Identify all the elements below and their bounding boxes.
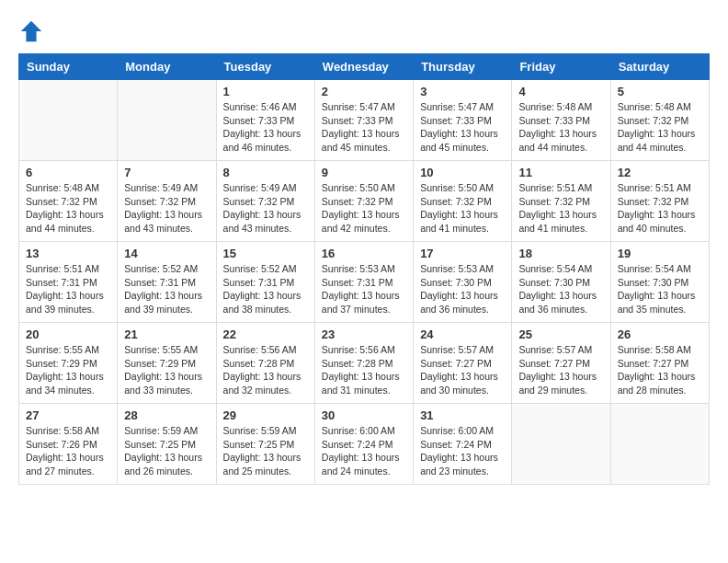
calendar-cell: 12Sunrise: 5:51 AMSunset: 7:32 PMDayligh… [610, 161, 709, 242]
calendar-week-4: 20Sunrise: 5:55 AMSunset: 7:29 PMDayligh… [19, 323, 710, 404]
day-number: 18 [518, 247, 603, 260]
day-number: 5 [618, 85, 702, 98]
day-number: 3 [420, 85, 505, 98]
day-number: 11 [518, 166, 603, 179]
day-info: Sunrise: 5:47 AMSunset: 7:33 PMDaylight:… [322, 100, 406, 155]
day-number: 6 [26, 166, 110, 179]
calendar-cell: 15Sunrise: 5:52 AMSunset: 7:31 PMDayligh… [216, 242, 314, 323]
day-info: Sunrise: 6:00 AMSunset: 7:24 PMDaylight:… [420, 424, 505, 478]
calendar-cell: 6Sunrise: 5:48 AMSunset: 7:32 PMDaylight… [19, 161, 118, 242]
day-number: 24 [420, 327, 505, 341]
calendar-cell [19, 80, 118, 161]
day-info: Sunrise: 5:57 AMSunset: 7:27 PMDaylight:… [518, 343, 603, 397]
day-number: 28 [124, 408, 209, 422]
day-number: 10 [420, 166, 505, 179]
day-info: Sunrise: 5:48 AMSunset: 7:33 PMDaylight:… [518, 100, 603, 155]
day-info: Sunrise: 5:57 AMSunset: 7:27 PMDaylight:… [420, 343, 505, 397]
column-header-thursday: Thursday [414, 54, 512, 80]
day-info: Sunrise: 5:51 AMSunset: 7:32 PMDaylight:… [618, 181, 702, 236]
day-number: 16 [322, 247, 406, 260]
day-number: 8 [223, 166, 308, 179]
calendar-cell: 8Sunrise: 5:49 AMSunset: 7:32 PMDaylight… [216, 161, 314, 242]
day-info: Sunrise: 5:48 AMSunset: 7:32 PMDaylight:… [26, 181, 110, 236]
calendar-cell: 26Sunrise: 5:58 AMSunset: 7:27 PMDayligh… [610, 323, 709, 404]
column-header-tuesday: Tuesday [216, 54, 314, 80]
calendar-cell: 14Sunrise: 5:52 AMSunset: 7:31 PMDayligh… [118, 242, 216, 323]
day-info: Sunrise: 5:55 AMSunset: 7:29 PMDaylight:… [124, 343, 209, 397]
calendar-cell [512, 404, 610, 485]
day-info: Sunrise: 5:50 AMSunset: 7:32 PMDaylight:… [420, 181, 505, 236]
day-number: 15 [223, 247, 308, 260]
day-info: Sunrise: 5:59 AMSunset: 7:25 PMDaylight:… [223, 424, 308, 478]
day-number: 29 [223, 408, 308, 422]
day-info: Sunrise: 5:53 AMSunset: 7:30 PMDaylight:… [420, 262, 505, 316]
day-info: Sunrise: 5:47 AMSunset: 7:33 PMDaylight:… [420, 100, 505, 155]
column-header-monday: Monday [118, 54, 216, 80]
calendar-week-5: 27Sunrise: 5:58 AMSunset: 7:26 PMDayligh… [19, 404, 710, 485]
day-info: Sunrise: 6:00 AMSunset: 7:24 PMDaylight:… [322, 424, 406, 478]
calendar-cell: 11Sunrise: 5:51 AMSunset: 7:32 PMDayligh… [512, 161, 610, 242]
day-info: Sunrise: 5:59 AMSunset: 7:25 PMDaylight:… [124, 424, 209, 478]
day-number: 25 [518, 327, 603, 341]
day-number: 14 [124, 247, 209, 260]
day-number: 17 [420, 247, 505, 260]
calendar-cell: 22Sunrise: 5:56 AMSunset: 7:28 PMDayligh… [216, 323, 314, 404]
day-info: Sunrise: 5:55 AMSunset: 7:29 PMDaylight:… [26, 343, 110, 397]
calendar-cell: 16Sunrise: 5:53 AMSunset: 7:31 PMDayligh… [314, 242, 413, 323]
calendar-week-3: 13Sunrise: 5:51 AMSunset: 7:31 PMDayligh… [19, 242, 710, 323]
calendar-cell: 13Sunrise: 5:51 AMSunset: 7:31 PMDayligh… [19, 242, 118, 323]
day-info: Sunrise: 5:48 AMSunset: 7:32 PMDaylight:… [618, 100, 702, 155]
day-number: 13 [26, 247, 110, 260]
day-info: Sunrise: 5:58 AMSunset: 7:26 PMDaylight:… [26, 424, 110, 478]
day-number: 2 [322, 85, 406, 98]
calendar-cell [118, 80, 216, 161]
calendar-cell: 10Sunrise: 5:50 AMSunset: 7:32 PMDayligh… [414, 161, 512, 242]
day-info: Sunrise: 5:52 AMSunset: 7:31 PMDaylight:… [223, 262, 308, 316]
day-info: Sunrise: 5:54 AMSunset: 7:30 PMDaylight:… [618, 262, 702, 316]
calendar-week-2: 6Sunrise: 5:48 AMSunset: 7:32 PMDaylight… [19, 161, 710, 242]
calendar-cell: 3Sunrise: 5:47 AMSunset: 7:33 PMDaylight… [414, 80, 512, 161]
day-number: 4 [518, 85, 603, 98]
day-info: Sunrise: 5:49 AMSunset: 7:32 PMDaylight:… [124, 181, 209, 236]
day-info: Sunrise: 5:53 AMSunset: 7:31 PMDaylight:… [322, 262, 406, 316]
day-info: Sunrise: 5:51 AMSunset: 7:32 PMDaylight:… [518, 181, 603, 236]
calendar-cell: 28Sunrise: 5:59 AMSunset: 7:25 PMDayligh… [118, 404, 216, 485]
calendar-cell: 25Sunrise: 5:57 AMSunset: 7:27 PMDayligh… [512, 323, 610, 404]
calendar-cell: 2Sunrise: 5:47 AMSunset: 7:33 PMDaylight… [314, 80, 413, 161]
calendar-cell: 17Sunrise: 5:53 AMSunset: 7:30 PMDayligh… [414, 242, 512, 323]
day-number: 30 [322, 408, 406, 422]
calendar-cell: 27Sunrise: 5:58 AMSunset: 7:26 PMDayligh… [19, 404, 118, 485]
calendar-cell: 4Sunrise: 5:48 AMSunset: 7:33 PMDaylight… [512, 80, 610, 161]
column-header-friday: Friday [512, 54, 610, 80]
calendar-cell: 30Sunrise: 6:00 AMSunset: 7:24 PMDayligh… [314, 404, 413, 485]
day-info: Sunrise: 5:54 AMSunset: 7:30 PMDaylight:… [518, 262, 603, 316]
calendar-week-1: 1Sunrise: 5:46 AMSunset: 7:33 PMDaylight… [19, 80, 710, 161]
calendar-cell: 19Sunrise: 5:54 AMSunset: 7:30 PMDayligh… [610, 242, 709, 323]
calendar-cell: 24Sunrise: 5:57 AMSunset: 7:27 PMDayligh… [414, 323, 512, 404]
day-info: Sunrise: 5:50 AMSunset: 7:32 PMDaylight:… [322, 181, 406, 236]
day-info: Sunrise: 5:56 AMSunset: 7:28 PMDaylight:… [322, 343, 406, 397]
calendar-cell: 23Sunrise: 5:56 AMSunset: 7:28 PMDayligh… [314, 323, 413, 404]
day-number: 19 [618, 247, 702, 260]
day-info: Sunrise: 5:49 AMSunset: 7:32 PMDaylight:… [223, 181, 308, 236]
day-info: Sunrise: 5:51 AMSunset: 7:31 PMDaylight:… [26, 262, 110, 316]
calendar-cell: 29Sunrise: 5:59 AMSunset: 7:25 PMDayligh… [216, 404, 314, 485]
day-number: 31 [420, 408, 505, 422]
column-header-wednesday: Wednesday [314, 54, 413, 80]
calendar-cell [610, 404, 709, 485]
calendar-cell: 20Sunrise: 5:55 AMSunset: 7:29 PMDayligh… [19, 323, 118, 404]
day-number: 1 [223, 85, 308, 98]
calendar-cell: 21Sunrise: 5:55 AMSunset: 7:29 PMDayligh… [118, 323, 216, 404]
day-info: Sunrise: 5:46 AMSunset: 7:33 PMDaylight:… [223, 100, 308, 155]
calendar-cell: 1Sunrise: 5:46 AMSunset: 7:33 PMDaylight… [216, 80, 314, 161]
day-info: Sunrise: 5:56 AMSunset: 7:28 PMDaylight:… [223, 343, 308, 397]
logo-icon [18, 18, 44, 44]
day-info: Sunrise: 5:58 AMSunset: 7:27 PMDaylight:… [618, 343, 702, 397]
column-header-saturday: Saturday [610, 54, 709, 80]
day-number: 20 [26, 327, 110, 341]
calendar-cell: 5Sunrise: 5:48 AMSunset: 7:32 PMDaylight… [610, 80, 709, 161]
column-header-sunday: Sunday [19, 54, 118, 80]
calendar-cell: 31Sunrise: 6:00 AMSunset: 7:24 PMDayligh… [414, 404, 512, 485]
day-number: 26 [618, 327, 702, 341]
day-number: 9 [322, 166, 406, 179]
